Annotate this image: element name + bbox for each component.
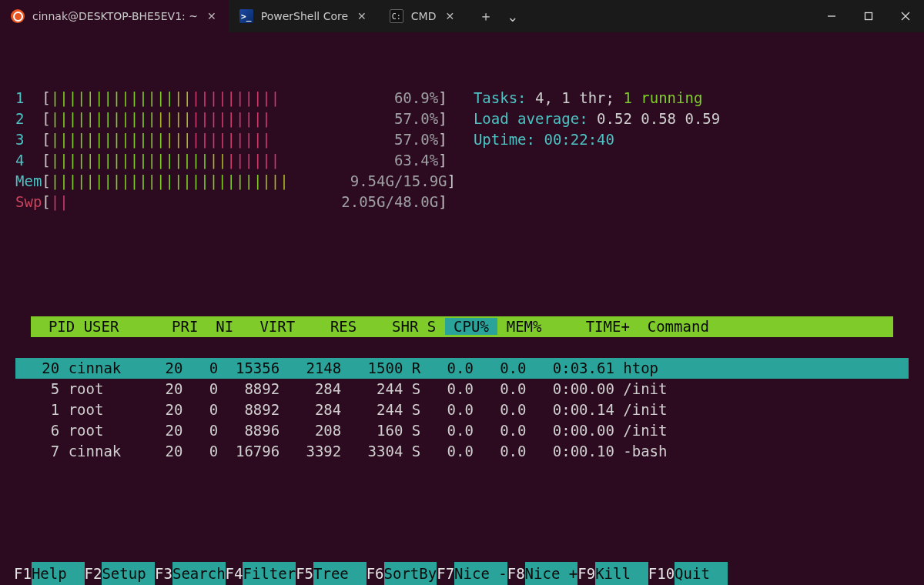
fkey-label: Quit (675, 562, 728, 585)
fkey-label: Tree (313, 562, 367, 585)
process-row[interactable]: 6 root 20 0 8896 208 160 S 0.0 0.0 0:00.… (15, 420, 909, 441)
window-controls (813, 0, 924, 32)
fkey-label: Setup (102, 562, 155, 585)
minimize-button[interactable] (813, 0, 850, 32)
tab-label: PowerShell Core (261, 10, 348, 22)
new-tab-button[interactable]: ＋ (474, 5, 497, 27)
process-row[interactable]: 20 cinnak 20 0 15356 2148 1500 R 0.0 0.0… (15, 358, 909, 379)
svg-rect-1 (865, 13, 872, 20)
tab-strip: cinnak@DESKTOP-BHE5EV1: ~ ✕ >_ PowerShel… (0, 0, 813, 32)
fkey-F3[interactable]: F3 (155, 562, 172, 585)
fkey-label: SortBy (384, 562, 437, 585)
cpu-meter-row: 3 [||||||||||||||||||||||||| 57.0%] Upti… (15, 129, 909, 150)
fkey-label: Search (172, 562, 226, 585)
tab-powershell[interactable]: >_ PowerShell Core ✕ (229, 0, 379, 32)
tab-label: cinnak@DESKTOP-BHE5EV1: ~ (32, 10, 198, 22)
mem-meter-row: Mem[||||||||||||||||||||||||||| 9.54G/15… (15, 171, 909, 192)
ubuntu-icon (11, 9, 25, 23)
fkey-F10[interactable]: F10 (648, 562, 675, 585)
swap-meter-row: Swp[|| 2.05G/48.0G] (15, 192, 909, 212)
powershell-icon: >_ (239, 9, 253, 23)
tab-actions: ＋ ⌄ (467, 5, 531, 27)
fkey-F4[interactable]: F4 (226, 562, 243, 585)
fkey-F1[interactable]: F1 (14, 562, 32, 585)
close-window-button[interactable] (887, 0, 924, 32)
meters-region: 1 [|||||||||||||||||||||||||| 60.9%] Tas… (15, 88, 909, 212)
process-row[interactable]: 7 cinnak 20 0 16796 3392 3304 S 0.0 0.0 … (15, 441, 909, 462)
process-row[interactable]: 1 root 20 0 8892 284 244 S 0.0 0.0 0:00.… (15, 399, 909, 420)
tab-label: CMD (411, 10, 437, 22)
tab-dropdown-button[interactable]: ⌄ (502, 7, 523, 26)
fkey-F5[interactable]: F5 (296, 562, 313, 585)
close-icon[interactable]: ✕ (356, 10, 368, 22)
fkey-F7[interactable]: F7 (437, 562, 454, 585)
tab-ubuntu[interactable]: cinnak@DESKTOP-BHE5EV1: ~ ✕ (0, 0, 229, 32)
close-icon[interactable]: ✕ (444, 10, 456, 22)
process-header[interactable]: PID USER PRI NI VIRT RES SHR S CPU% MEM%… (31, 316, 893, 337)
maximize-button[interactable] (850, 0, 887, 32)
process-list: 20 cinnak 20 0 15356 2148 1500 R 0.0 0.0… (15, 358, 909, 462)
function-key-bar: F1Help F2Setup F3SearchF4FilterF5Tree F6… (0, 562, 924, 585)
cpu-meter-row: 1 [|||||||||||||||||||||||||| 60.9%] Tas… (15, 88, 909, 109)
cmd-icon: C: (390, 9, 403, 23)
fkey-label: Kill (595, 562, 648, 585)
cpu-meter-row: 2 [||||||||||||||||||||||||| 57.0%] Load… (15, 109, 909, 129)
fkey-F8[interactable]: F8 (507, 562, 525, 585)
fkey-F6[interactable]: F6 (367, 562, 384, 585)
close-icon[interactable]: ✕ (206, 10, 218, 22)
fkey-F9[interactable]: F9 (578, 562, 595, 585)
terminal[interactable]: 1 [|||||||||||||||||||||||||| 60.9%] Tas… (0, 32, 924, 562)
window-titlebar: cinnak@DESKTOP-BHE5EV1: ~ ✕ >_ PowerShel… (0, 0, 924, 32)
cpu-meter-row: 4 [|||||||||||||||||||||||||| 63.4%] (15, 150, 909, 171)
tab-cmd[interactable]: C: CMD ✕ (379, 0, 467, 32)
fkey-label: Nice + (525, 562, 578, 585)
process-row[interactable]: 5 root 20 0 8892 284 244 S 0.0 0.0 0:00.… (15, 379, 909, 399)
fkey-F2[interactable]: F2 (85, 562, 102, 585)
fkey-label: Help (32, 562, 85, 585)
fkey-label: Nice - (454, 562, 507, 585)
fkey-label: Filter (243, 562, 296, 585)
